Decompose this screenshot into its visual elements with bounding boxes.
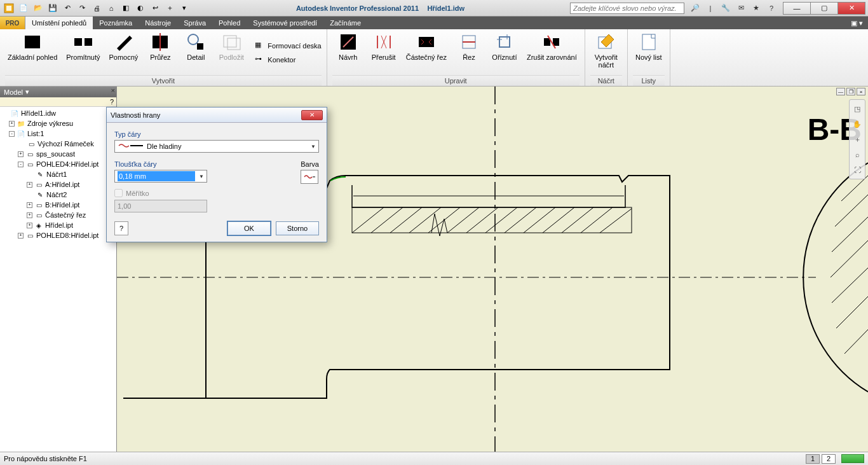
qat-print-icon[interactable]: 🖨 (90, 2, 103, 15)
window-controls: — ▢ ✕ (783, 2, 865, 15)
node-label: Zdroje výkresu (27, 120, 73, 127)
base-view-button[interactable]: Základní pohled (5, 31, 60, 75)
expand-toggle[interactable]: + (27, 212, 32, 218)
qat-return-icon[interactable]: ↩ (149, 2, 161, 15)
break-button[interactable]: Přerušit (368, 31, 400, 75)
tree-node[interactable]: -▭POHLED4:Hřídel.ipt (0, 159, 116, 169)
browser-close-icon[interactable]: × (111, 87, 115, 94)
dialog-close-button[interactable]: ✕ (301, 110, 323, 120)
crop-button[interactable]: Oříznutí (489, 31, 520, 75)
tree-node[interactable]: ✎Náčrt1 (0, 169, 116, 179)
viewcube-icon[interactable]: ◳ (851, 102, 864, 115)
detail-view-button[interactable]: Detail (180, 31, 212, 75)
minimize-button[interactable]: — (783, 2, 811, 15)
page-2-button[interactable]: 2 (822, 454, 836, 464)
thickness-input[interactable] (118, 171, 195, 181)
node-icon: ✎ (36, 170, 44, 179)
qat-plus-icon[interactable]: ＋ (163, 2, 176, 15)
node-icon: ▭ (25, 231, 34, 240)
pan-icon[interactable]: ✋ (851, 118, 864, 130)
browser-tree[interactable]: 📄Hřídel1.idw+📁Zdroje výkresu-📄List:1▭Výc… (0, 107, 116, 452)
tab-options-icon[interactable]: ▣ ▾ (851, 19, 863, 27)
qat-new-icon[interactable]: 📄 (17, 2, 30, 15)
tree-node[interactable]: ▭Výchozí Rámeček (0, 139, 116, 149)
help-icon[interactable]: ? (766, 3, 777, 14)
breakout-button[interactable]: Částečný řez (403, 31, 449, 75)
comm-icon[interactable]: ✉ (735, 3, 747, 14)
maximize-button[interactable]: ▢ (810, 2, 838, 15)
tree-node[interactable]: +▭Částečný řez (0, 210, 116, 220)
qat-home-icon[interactable]: ⌂ (105, 2, 118, 15)
connector-button[interactable]: ⊶Konektor (255, 53, 321, 66)
svg-rect-3 (85, 38, 92, 46)
dialog-titlebar[interactable]: Vlastnosti hrany ✕ (107, 108, 327, 123)
key-icon[interactable]: 🔧 (720, 3, 731, 14)
app-menu-button[interactable] (3, 2, 15, 15)
qat-material-icon[interactable]: ◧ (119, 2, 132, 15)
page-1-button[interactable]: 1 (806, 454, 820, 464)
scale-checkbox-row[interactable]: Měřítko (114, 189, 207, 197)
tree-node[interactable]: 📄Hřídel1.idw (0, 108, 116, 118)
star-icon[interactable]: ★ (750, 3, 762, 14)
expand-toggle[interactable]: + (9, 121, 15, 127)
svg-line-33 (543, 207, 574, 233)
node-icon: ▭ (34, 200, 43, 209)
base-view-label: Základní pohled (8, 53, 57, 61)
tab-sprava[interactable]: Správa (177, 17, 212, 29)
close-button[interactable]: ✕ (837, 2, 865, 15)
tree-node[interactable]: +▭POHLED8:Hřídel.ipt (0, 230, 116, 240)
pro-badge[interactable]: PRO (0, 17, 25, 29)
tab-pohled[interactable]: Pohled (212, 17, 247, 29)
tab-zaciname[interactable]: Začínáme (323, 17, 367, 29)
create-sketch-label: Vytvořit náčrt (595, 53, 618, 69)
auxiliary-view-button[interactable]: Pomocný (106, 31, 140, 75)
help-icon[interactable]: ? (110, 98, 114, 106)
dialog-help-button[interactable]: ? (114, 221, 128, 235)
break-alignment-button[interactable]: Zrušit zarovnání (524, 31, 580, 75)
zoom-all-icon[interactable]: ⛶ (851, 163, 864, 176)
expand-toggle[interactable]: + (18, 151, 24, 157)
qat-dropdown-icon[interactable]: ▾ (178, 2, 191, 15)
qat-save-icon[interactable]: 💾 (46, 2, 59, 15)
tree-node[interactable]: +▭sps_soucast (0, 149, 116, 159)
draft-button[interactable]: Návrh (332, 31, 364, 75)
zoom-icon[interactable]: ⌕ (851, 148, 864, 161)
expand-toggle[interactable]: + (27, 223, 32, 228)
expand-toggle[interactable]: + (27, 202, 32, 208)
slice-button[interactable]: Řez (453, 31, 485, 75)
tab-systemove-prostredi[interactable]: Systémové prostředí (247, 17, 323, 29)
svg-rect-9 (224, 36, 236, 47)
search-input[interactable] (570, 3, 684, 14)
new-sheet-button[interactable]: Nový list (633, 31, 665, 75)
title-tools: 🔎 | 🔧 ✉ ★ ? (689, 3, 777, 14)
expand-toggle[interactable]: + (27, 182, 32, 188)
browser-header[interactable]: Model▾ (0, 87, 116, 97)
tab-nastroje[interactable]: Nástroje (139, 17, 177, 29)
expand-toggle[interactable]: - (9, 131, 15, 137)
tree-node[interactable]: +▭A:Hřídel.ipt (0, 179, 116, 190)
tree-node[interactable]: +▭B:Hřídel.ipt (0, 200, 116, 210)
tab-umisteni-pohledu[interactable]: Umístění pohledů (25, 17, 93, 29)
qat-color-icon[interactable]: ◐ (134, 2, 147, 15)
tree-node[interactable]: +◈Hřídel.ipt (0, 220, 116, 230)
ok-button[interactable]: OK (227, 221, 271, 235)
expand-toggle[interactable]: - (18, 162, 24, 167)
projected-view-button[interactable]: Promítnutý (64, 31, 102, 75)
thickness-combo[interactable]: ▼ (114, 170, 207, 183)
qat-open-icon[interactable]: 📂 (32, 2, 44, 15)
tab-poznamka[interactable]: Poznámka (93, 17, 139, 29)
create-sketch-button[interactable]: Vytvořit náčrt (590, 31, 622, 75)
qat-undo-icon[interactable]: ↶ (61, 2, 74, 15)
qat-redo-icon[interactable]: ↷ (76, 2, 88, 15)
expand-toggle[interactable]: + (18, 233, 24, 239)
tree-node[interactable]: +📁Zdroje výkresu (0, 118, 116, 128)
zoom-in-icon[interactable]: ＋ (851, 133, 864, 146)
line-type-combo[interactable]: Dle hladiny ▼ (114, 140, 319, 153)
cancel-button[interactable]: Storno (276, 221, 319, 235)
color-button[interactable] (301, 170, 318, 184)
binoculars-icon[interactable]: 🔎 (689, 3, 701, 14)
tree-node[interactable]: -📄List:1 (0, 128, 116, 139)
mold-plate-button[interactable]: ▦Formovací deska (255, 39, 321, 52)
tree-node[interactable]: ✎Náčrt2 (0, 190, 116, 200)
section-view-button[interactable]: Průřez (144, 31, 176, 75)
